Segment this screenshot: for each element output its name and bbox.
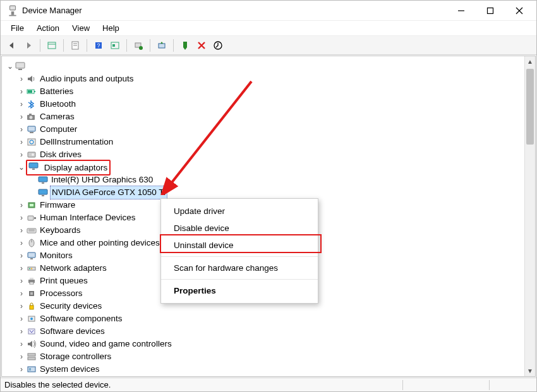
expand-icon[interactable]: › bbox=[17, 376, 26, 377]
category-icon bbox=[26, 352, 37, 362]
expand-icon[interactable]: › bbox=[17, 338, 26, 350]
enable-device-button[interactable] bbox=[178, 38, 193, 53]
toolbar: ? bbox=[1, 36, 536, 55]
context-properties[interactable]: Properties bbox=[161, 282, 318, 299]
update-driver-button[interactable] bbox=[154, 38, 169, 53]
context-update-driver[interactable]: Update driver bbox=[161, 203, 318, 220]
tree-category[interactable]: › Bluetooth bbox=[6, 98, 534, 110]
help-button[interactable]: ? bbox=[91, 38, 106, 53]
status-text: Disables the selected device. bbox=[4, 380, 111, 389]
svg-rect-19 bbox=[183, 42, 187, 47]
expand-icon[interactable]: › bbox=[17, 249, 26, 262]
menu-file[interactable]: File bbox=[4, 22, 30, 34]
category-icon bbox=[26, 276, 37, 286]
expand-icon[interactable]: › bbox=[17, 350, 26, 363]
toolbar-separator bbox=[173, 39, 174, 52]
expand-icon[interactable]: › bbox=[17, 287, 26, 300]
tree-category-label: Processors bbox=[39, 287, 84, 300]
tree-category[interactable]: › Universal Serial Bus controllers bbox=[6, 376, 534, 377]
expand-icon[interactable]: › bbox=[17, 199, 26, 211]
svg-rect-2 bbox=[9, 15, 16, 16]
expand-icon[interactable]: › bbox=[17, 136, 26, 148]
expand-icon[interactable]: › bbox=[17, 123, 26, 136]
context-disable-device[interactable]: Disable device bbox=[161, 220, 318, 237]
svg-rect-28 bbox=[29, 114, 32, 115]
expand-icon[interactable]: › bbox=[17, 363, 26, 376]
tree-device-label: NVIDIA GeForce GTX 1050 Ti bbox=[50, 186, 167, 199]
action-button[interactable] bbox=[107, 38, 123, 53]
tree-category-label: DellInstrumentation bbox=[39, 136, 114, 148]
tree-category[interactable]: › Software components bbox=[6, 312, 534, 325]
menu-action[interactable]: Action bbox=[30, 22, 66, 34]
context-scan-hardware[interactable]: Scan for hardware changes bbox=[161, 259, 318, 276]
category-icon bbox=[26, 86, 37, 97]
expand-icon[interactable]: › bbox=[17, 211, 26, 224]
vertical-scrollbar[interactable]: ▲ ▼ bbox=[524, 56, 535, 376]
collapse-icon[interactable]: ⌄ bbox=[6, 60, 15, 73]
scroll-thumb[interactable] bbox=[526, 69, 534, 145]
svg-point-17 bbox=[139, 46, 143, 50]
context-uninstall-device[interactable]: Uninstall device bbox=[161, 237, 318, 254]
tree-category[interactable]: › Sound, video and game controllers bbox=[6, 338, 534, 350]
close-button[interactable] bbox=[505, 1, 534, 21]
tree-category[interactable]: › Cameras bbox=[6, 110, 534, 123]
collapse-icon[interactable]: ⌄ bbox=[17, 161, 26, 174]
expand-icon[interactable]: › bbox=[17, 275, 26, 287]
tree-category[interactable]: › Storage controllers bbox=[6, 350, 534, 363]
menu-view[interactable]: View bbox=[66, 22, 96, 34]
computer-icon bbox=[15, 61, 26, 71]
uninstall-device-button[interactable] bbox=[194, 38, 209, 53]
minimize-button[interactable] bbox=[447, 1, 476, 21]
tree-category-label: Software components bbox=[39, 312, 124, 325]
expand-icon[interactable]: › bbox=[17, 110, 26, 123]
tree-root[interactable]: ⌄ bbox=[6, 60, 534, 73]
expand-icon[interactable]: › bbox=[17, 237, 26, 249]
properties-button[interactable] bbox=[68, 38, 83, 53]
back-button[interactable] bbox=[4, 38, 20, 53]
expand-icon[interactable]: › bbox=[17, 325, 26, 338]
expand-icon[interactable]: › bbox=[17, 98, 26, 110]
tree-category-label: Firmware bbox=[39, 199, 76, 211]
tree-category[interactable]: › Computer bbox=[6, 123, 534, 136]
expand-icon[interactable]: › bbox=[17, 73, 26, 85]
scroll-down-icon[interactable]: ▼ bbox=[525, 365, 535, 376]
tree-category-label: Software devices bbox=[39, 325, 106, 338]
tree-category[interactable]: › System devices bbox=[6, 363, 534, 376]
expand-icon[interactable]: › bbox=[17, 85, 26, 98]
expand-icon[interactable]: › bbox=[17, 300, 26, 312]
show-hidden-button[interactable] bbox=[44, 38, 59, 53]
scan-hardware-button[interactable] bbox=[131, 38, 146, 53]
disable-device-button[interactable] bbox=[210, 38, 226, 53]
category-icon bbox=[26, 112, 37, 122]
tree-device[interactable]: Intel(R) UHD Graphics 630 bbox=[6, 174, 534, 186]
expand-icon[interactable]: › bbox=[17, 148, 26, 161]
tree-category-label: Audio inputs and outputs bbox=[39, 73, 135, 85]
category-icon bbox=[26, 364, 37, 374]
window-title: Device Manager bbox=[22, 6, 82, 15]
expand-icon[interactable]: › bbox=[17, 312, 26, 325]
tree-category[interactable]: › Batteries bbox=[6, 85, 534, 98]
titlebar: Device Manager bbox=[1, 1, 536, 21]
tree-category[interactable]: › Audio inputs and outputs bbox=[6, 73, 534, 85]
context-menu: Update driver Disable device Uninstall d… bbox=[160, 198, 318, 304]
tree-category[interactable]: ⌄ Display adaptors bbox=[6, 161, 534, 174]
forward-button[interactable] bbox=[21, 38, 36, 53]
category-icon bbox=[26, 124, 37, 134]
svg-rect-39 bbox=[39, 189, 47, 194]
scroll-up-icon[interactable]: ▲ bbox=[525, 56, 535, 67]
device-tree-panel: ⌄ › Audio inputs and outputs › Batteries… bbox=[1, 56, 536, 377]
context-separator bbox=[161, 256, 318, 257]
expand-icon[interactable]: › bbox=[17, 262, 26, 275]
tree-category[interactable]: › DellInstrumentation bbox=[6, 136, 534, 148]
category-icon bbox=[26, 137, 37, 147]
svg-rect-66 bbox=[28, 367, 35, 372]
menu-help[interactable]: Help bbox=[96, 22, 126, 34]
menubar: File Action View Help bbox=[1, 21, 536, 36]
tree-device[interactable]: NVIDIA GeForce GTX 1050 Ti bbox=[6, 186, 534, 199]
expand-icon[interactable]: › bbox=[17, 224, 26, 237]
category-icon bbox=[26, 314, 37, 324]
tree-category[interactable]: › Software devices bbox=[6, 325, 534, 338]
maximize-button[interactable] bbox=[476, 1, 505, 21]
svg-rect-15 bbox=[112, 44, 115, 47]
svg-rect-0 bbox=[10, 6, 16, 10]
